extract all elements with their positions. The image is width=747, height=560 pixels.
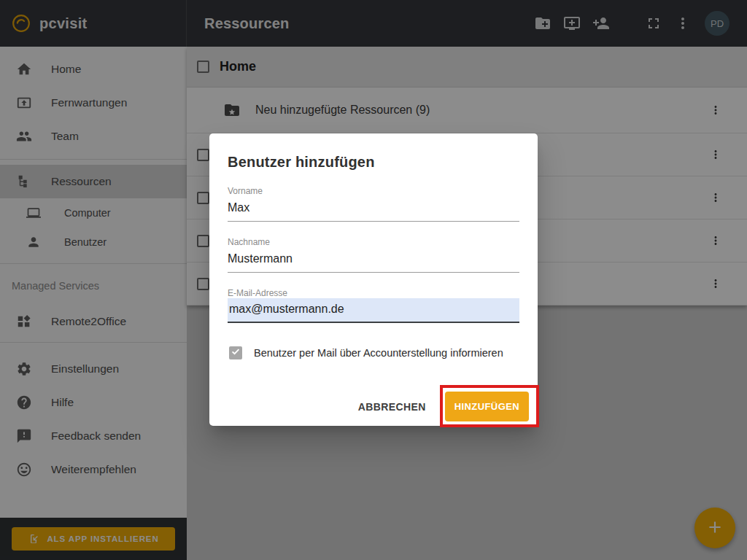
email-field: E-Mail-Adresse max@mustermann.de — [228, 288, 519, 323]
dialog-title: Benutzer hinzufügen — [228, 154, 519, 171]
app-window: pcvisit Home Fernwartungen Team Ressourc… — [0, 0, 747, 560]
notify-checkbox-row: Benutzer per Mail über Accounterstellung… — [228, 346, 519, 359]
vorname-label: Vorname — [228, 186, 519, 196]
check-icon — [231, 346, 241, 359]
notify-checkbox[interactable] — [229, 346, 242, 359]
add-user-dialog: Benutzer hinzufügen Vorname Max Nachname… — [209, 133, 538, 426]
email-label: E-Mail-Adresse — [228, 288, 519, 298]
submit-button[interactable]: HINZUFÜGEN — [445, 392, 529, 421]
vorname-input[interactable]: Max — [228, 196, 519, 222]
email-input[interactable]: max@mustermann.de — [228, 298, 519, 323]
nachname-label: Nachname — [228, 237, 519, 247]
vorname-field: Vorname Max — [228, 186, 519, 222]
cancel-button[interactable]: ABBRECHEN — [355, 394, 429, 420]
nachname-input[interactable]: Mustermann — [228, 247, 519, 273]
dialog-actions: ABBRECHEN HINZUFÜGEN — [355, 392, 529, 421]
notify-checkbox-label: Benutzer per Mail über Accounterstellung… — [254, 347, 503, 359]
nachname-field: Nachname Mustermann — [228, 237, 519, 273]
